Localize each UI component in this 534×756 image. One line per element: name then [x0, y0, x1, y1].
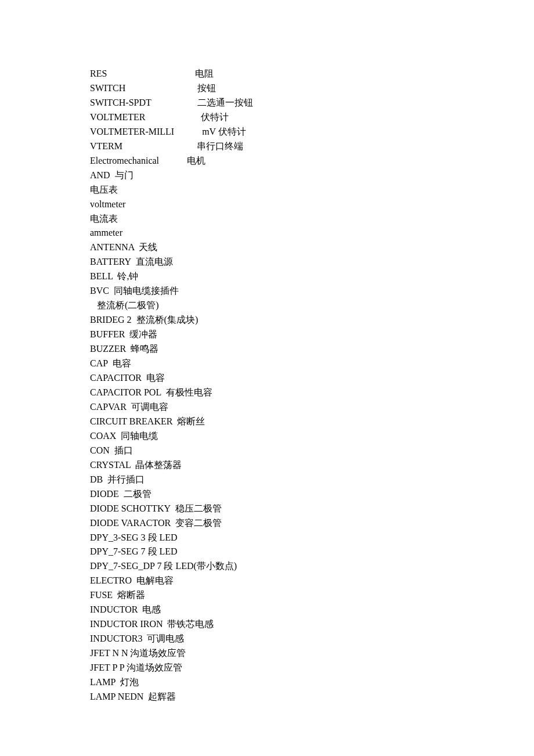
text-line: BUFFER 缓冲器 [90, 327, 464, 342]
text-line: DIODE VARACTOR 变容二极管 [90, 516, 464, 531]
text-line: VOLTMETER-MILLI mV 伏特计 [90, 125, 464, 139]
text-line: DIODE 二极管 [90, 487, 464, 502]
text-line: 整流桥(二极管) [90, 298, 464, 313]
document-page: RES 电阻 SWITCH 按钮 SWITCH-SPDT 二选通一按钮 VOLT… [0, 0, 534, 739]
text-line: DPY_7-SEG_DP 7 段 LED(带小数点) [90, 559, 464, 574]
text-line: RES 电阻 [90, 67, 464, 81]
text-line: BVC 同轴电缆接插件 [90, 284, 464, 298]
text-line: LAMP NEDN 起辉器 [90, 690, 464, 704]
text-line: CAP 电容 [90, 357, 464, 371]
text-line: BATTERY 直流电源 [90, 255, 464, 269]
text-line: 电流表 [90, 212, 464, 226]
text-line: AND 与门 [90, 168, 464, 183]
text-line: voltmeter [90, 197, 464, 212]
text-line: INDUCTOR 电感 [90, 603, 464, 617]
text-line: INDUCTOR3 可调电感 [90, 632, 464, 646]
text-line: CAPACITOR 电容 [90, 371, 464, 386]
text-line: DPY_3-SEG 3 段 LED [90, 531, 464, 545]
text-line: BRIDEG 2 整流桥(集成块) [90, 313, 464, 327]
text-line: VTERM 串行口终端 [90, 139, 464, 154]
text-line: DB 并行插口 [90, 473, 464, 487]
text-line: ELECTRO 电解电容 [90, 574, 464, 588]
text-line: CAPVAR 可调电容 [90, 400, 464, 415]
text-line: SWITCH-SPDT 二选通一按钮 [90, 96, 464, 110]
text-line: JFET P P 沟道场效应管 [90, 661, 464, 675]
text-line: Electromechanical 电机 [90, 154, 464, 168]
text-line: CAPACITOR POL 有极性电容 [90, 386, 464, 400]
text-line: JFET N N 沟道场效应管 [90, 646, 464, 661]
text-line: BELL 铃,钟 [90, 269, 464, 284]
text-line: CIRCUIT BREAKER 熔断丝 [90, 415, 464, 429]
text-line: CON 插口 [90, 444, 464, 458]
text-line: CRYSTAL 晶体整荡器 [90, 458, 464, 473]
text-line: 电压表 [90, 183, 464, 197]
text-line: VOLTMETER 伏特计 [90, 110, 464, 125]
text-line: ammeter [90, 226, 464, 240]
text-line: BUZZER 蜂鸣器 [90, 342, 464, 357]
text-line: DPY_7-SEG 7 段 LED [90, 545, 464, 559]
text-line: ANTENNA 天线 [90, 240, 464, 255]
text-line: FUSE 熔断器 [90, 588, 464, 603]
text-line: DIODE SCHOTTKY 稳压二极管 [90, 502, 464, 516]
text-line: SWITCH 按钮 [90, 81, 464, 96]
text-line: INDUCTOR IRON 带铁芯电感 [90, 617, 464, 632]
text-line: COAX 同轴电缆 [90, 429, 464, 444]
text-line: LAMP 灯泡 [90, 675, 464, 690]
